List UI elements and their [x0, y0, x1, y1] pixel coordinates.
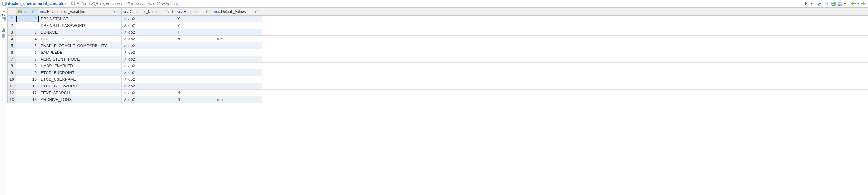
row-number[interactable]: 11	[8, 83, 16, 89]
row-number[interactable]: 6	[8, 49, 16, 56]
cell-container-name[interactable]: db2	[122, 29, 176, 36]
tab-text[interactable]: Text	[0, 24, 7, 40]
sort-icon[interactable]	[118, 10, 120, 13]
cell-id[interactable]: 3	[16, 29, 39, 36]
cell-default-values[interactable]	[213, 29, 262, 36]
cell-container-name[interactable]: db2	[122, 83, 176, 89]
cell-id[interactable]: 7	[16, 56, 39, 63]
save-data-icon[interactable]	[830, 1, 836, 7]
cell-container-name[interactable]: db2	[122, 22, 176, 29]
cell-environment-variables[interactable]: HADR_ENABLED	[39, 63, 122, 69]
cell-default-values[interactable]	[213, 63, 262, 69]
cell-container-name[interactable]: db2	[122, 69, 176, 76]
column-header-environment-variables[interactable]: ABC Environment_Variables	[39, 8, 122, 15]
cell-id[interactable]: 4	[16, 36, 39, 42]
data-grid[interactable]: 1⅔ id ABC Environment_Variables	[7, 7, 868, 195]
cell-container-name[interactable]: db2	[122, 63, 176, 69]
cell-default-values[interactable]: True	[213, 36, 262, 42]
sort-icon[interactable]	[35, 10, 37, 13]
cell-default-values[interactable]	[213, 15, 262, 22]
column-header-required[interactable]: ABC Required	[176, 8, 213, 15]
row-number[interactable]: 4	[8, 36, 16, 42]
cell-environment-variables[interactable]: SAMPLEDB	[39, 49, 122, 56]
cell-required[interactable]	[176, 76, 213, 83]
cell-environment-variables[interactable]: ENABLE_ORACLE_COMPATIBILITY	[39, 42, 122, 49]
tab-title[interactable]: docker_environment_variables	[1, 1, 68, 6]
back-menu[interactable]	[857, 3, 860, 4]
panel-filter-icon[interactable]	[824, 1, 830, 7]
sort-icon[interactable]	[209, 10, 211, 13]
cell-required[interactable]: N	[176, 96, 213, 103]
cell-environment-variables[interactable]: PERSISTENT_HOME	[39, 56, 122, 63]
cell-environment-variables[interactable]: ETCD_USERNAME	[39, 76, 122, 83]
cell-container-name[interactable]: db2	[122, 96, 176, 103]
cell-environment-variables[interactable]: DBNAME	[39, 29, 122, 36]
cell-default-values[interactable]	[213, 69, 262, 76]
cell-required[interactable]: N	[176, 89, 213, 96]
filter-icon[interactable]	[205, 10, 208, 13]
cell-environment-variables[interactable]: DB2INSTANCE	[39, 15, 122, 22]
cell-default-values[interactable]	[213, 42, 262, 49]
cell-default-values[interactable]	[213, 49, 262, 56]
cell-required[interactable]	[176, 63, 213, 69]
cell-default-values[interactable]	[213, 89, 262, 96]
cell-required[interactable]	[176, 49, 213, 56]
row-number[interactable]: 3	[8, 29, 16, 36]
cell-required[interactable]	[176, 83, 213, 89]
expand-icon[interactable]	[71, 1, 75, 6]
cell-container-name[interactable]: db2	[122, 76, 176, 83]
customize-icon[interactable]	[837, 1, 843, 7]
row-number[interactable]: 1	[8, 15, 16, 22]
eraser-icon[interactable]	[817, 1, 823, 7]
cell-default-values[interactable]	[213, 76, 262, 83]
column-header-id[interactable]: 1⅔ id	[16, 8, 39, 15]
cell-required[interactable]: N	[176, 36, 213, 42]
cell-environment-variables[interactable]: ETCD_ENDPOINT	[39, 69, 122, 76]
column-header-default-values[interactable]: ABC Default_Values	[213, 8, 262, 15]
cell-environment-variables[interactable]: ETCD_PASSWORD	[39, 83, 122, 89]
cell-id[interactable]: 6	[16, 49, 39, 56]
filter-icon[interactable]	[167, 10, 170, 13]
row-corner[interactable]	[8, 8, 16, 15]
row-number[interactable]: 7	[8, 56, 16, 63]
cell-id[interactable]: 5	[16, 42, 39, 49]
cell-default-values[interactable]	[213, 83, 262, 89]
cell-environment-variables[interactable]: TEXT_SEARCH	[39, 89, 122, 96]
cell-id[interactable]: 10	[16, 76, 39, 83]
cell-required[interactable]	[176, 42, 213, 49]
filter-icon[interactable]	[113, 10, 116, 13]
cell-container-name[interactable]: db2	[122, 49, 176, 56]
filter-icon[interactable]	[31, 10, 34, 13]
cell-id[interactable]: 9	[16, 69, 39, 76]
cell-required[interactable]: Y	[176, 15, 213, 22]
cell-environment-variables[interactable]: ARCHIVE_LOGS	[39, 96, 122, 103]
cell-required[interactable]	[176, 69, 213, 76]
row-number[interactable]: 10	[8, 76, 16, 83]
row-number[interactable]: 9	[8, 69, 16, 76]
tab-grid[interactable]: Grid	[0, 7, 7, 24]
cell-required[interactable]: Y	[176, 29, 213, 36]
cell-required[interactable]	[176, 56, 213, 63]
run-button[interactable]	[803, 1, 809, 7]
customize-menu[interactable]	[844, 3, 846, 4]
back-arrow-icon[interactable]	[850, 1, 856, 7]
cell-id[interactable]: 13	[16, 96, 39, 103]
cell-container-name[interactable]: db2	[122, 42, 176, 49]
cell-container-name[interactable]: db2	[122, 56, 176, 63]
cell-container-name[interactable]: db2	[122, 15, 176, 22]
cell-id[interactable]: 1	[16, 15, 39, 22]
row-number[interactable]: 8	[8, 63, 16, 69]
cell-id[interactable]: 11	[16, 83, 39, 89]
cell-id[interactable]: 2	[16, 22, 39, 29]
cell-id[interactable]: 8	[16, 63, 39, 69]
cell-id[interactable]: 12	[16, 89, 39, 96]
row-number[interactable]: 12	[8, 89, 16, 96]
sort-icon[interactable]	[258, 10, 260, 13]
cell-required[interactable]: Y	[176, 22, 213, 29]
sort-icon[interactable]	[172, 10, 174, 13]
cell-default-values[interactable]	[213, 22, 262, 29]
cell-default-values[interactable]	[213, 56, 262, 63]
column-header-container-name[interactable]: ABC Container_Name	[122, 8, 176, 15]
cell-container-name[interactable]: db2	[122, 36, 176, 42]
forward-arrow-icon[interactable]	[860, 1, 866, 7]
